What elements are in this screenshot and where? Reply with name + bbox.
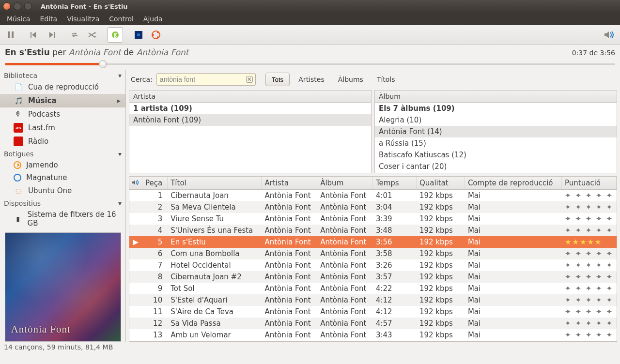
prev-track-button[interactable] bbox=[26, 27, 42, 43]
sidebar-item-lastfm[interactable]: asLast.fm bbox=[0, 121, 125, 135]
artist-summary-row[interactable]: 1 artista (109) bbox=[129, 103, 371, 114]
rating-stars[interactable]: ✦ ✦ ✦ ✦ ✦ bbox=[565, 307, 613, 316]
col-indicator[interactable] bbox=[129, 177, 142, 190]
track-table: Peça Títol Artista Àlbum Temps Qualitat … bbox=[129, 176, 617, 342]
rating-stars[interactable]: ✦ ✦ ✦ ✦ ✦ bbox=[565, 203, 613, 212]
sidebar-item-radio[interactable]: Ràdio bbox=[0, 135, 125, 148]
col-time[interactable]: Temps bbox=[372, 177, 416, 190]
next-track-button[interactable] bbox=[44, 27, 59, 43]
artist-pane: Artista 1 artista (109) Antònia Font (10… bbox=[129, 90, 372, 173]
rating-stars[interactable]: ✦ ✦ ✦ ✦ ✦ bbox=[565, 249, 613, 258]
scope-titles[interactable]: Títols bbox=[372, 73, 400, 86]
album-pane-header[interactable]: Àlbum bbox=[375, 91, 617, 103]
track-row[interactable]: 3Viure Sense TuAntònia FontAntònia Font3… bbox=[129, 213, 617, 225]
track-row[interactable]: 1Cibernauta JoanAntònia FontAntònia Font… bbox=[129, 190, 617, 202]
sidebar-item-magnatune[interactable]: Magnatune bbox=[0, 171, 125, 184]
seek-slider[interactable] bbox=[5, 59, 615, 70]
track-row[interactable]: 4S'Univers És una FestaAntònia FontAntòn… bbox=[129, 225, 617, 236]
sidebar-header-devices[interactable]: Dispositius▾ bbox=[0, 197, 125, 208]
album-art: Antònia Font bbox=[5, 232, 121, 342]
track-row[interactable]: 14Cibernauta Joan #3Antònia FontAntònia … bbox=[129, 341, 617, 342]
track-row[interactable]: 2Sa Meva ClientelaAntònia FontAntònia Fo… bbox=[129, 201, 617, 213]
col-artist[interactable]: Artista bbox=[262, 177, 317, 190]
track-row[interactable]: 10S'Estel d'AquariAntònia FontAntònia Fo… bbox=[129, 294, 617, 306]
sidebar-item-ubuntuone[interactable]: ◌Ubuntu One bbox=[0, 184, 125, 197]
menu-visualitza[interactable]: Visualitza bbox=[63, 14, 103, 24]
sidebar-header-stores[interactable]: Botigues▾ bbox=[0, 148, 125, 159]
np-artist: Antònia Font bbox=[69, 47, 121, 57]
scope-artists[interactable]: Artistes bbox=[294, 73, 329, 86]
rating-stars[interactable]: ✦ ✦ ✦ ✦ ✦ bbox=[565, 319, 613, 328]
col-rating[interactable]: Puntuació bbox=[562, 177, 617, 190]
search-input[interactable] bbox=[156, 73, 256, 86]
album-row[interactable]: a Rússia (15) bbox=[375, 137, 617, 149]
rating-stars[interactable]: ✦ ✦ ✦ ✦ ✦ bbox=[565, 331, 613, 339]
track-row[interactable]: 8Cibernauta Joan #2Antònia FontAntònia F… bbox=[129, 271, 617, 283]
col-title[interactable]: Títol bbox=[168, 177, 262, 190]
svg-marker-3 bbox=[32, 32, 36, 38]
menu-musica[interactable]: Música bbox=[3, 14, 34, 24]
album-row[interactable]: Antònia Font (14) bbox=[375, 126, 617, 137]
album-row[interactable]: Alegria (10) bbox=[375, 114, 617, 126]
toolbar bbox=[0, 25, 620, 45]
col-track[interactable]: Peça bbox=[142, 177, 168, 190]
repeat-button[interactable] bbox=[67, 27, 82, 43]
svg-marker-16 bbox=[132, 180, 135, 185]
menu-edita[interactable]: Edita bbox=[36, 14, 61, 24]
album-summary-row[interactable]: Els 7 àlbums (109) bbox=[375, 103, 617, 114]
rating-stars[interactable]: ✦ ✦ ✦ ✦ ✦ bbox=[565, 191, 613, 200]
ubuntu-icon: ◌ bbox=[14, 186, 23, 196]
queue-icon: 📄 bbox=[14, 82, 23, 92]
track-row[interactable]: 6Com una BombollaAntònia FontAntònia Fon… bbox=[129, 248, 617, 259]
rating-stars[interactable]: ★★★★★ bbox=[565, 238, 602, 246]
track-row[interactable]: 13Amb un VelomarAntònia FontAntònia Font… bbox=[129, 329, 617, 341]
rating-stars[interactable]: ✦ ✦ ✦ ✦ ✦ bbox=[565, 261, 613, 270]
artist-row[interactable]: Antònia Font (109) bbox=[129, 114, 371, 126]
sidebar-item-jamendo[interactable]: Jamendo bbox=[0, 159, 125, 171]
svg-rect-0 bbox=[8, 31, 10, 38]
col-album[interactable]: Àlbum bbox=[317, 177, 373, 190]
window-maximize-button[interactable] bbox=[24, 2, 32, 10]
search-label: Cerca: bbox=[131, 76, 153, 83]
sidebar-item-podcasts[interactable]: 🎙Podcasts bbox=[0, 107, 125, 121]
menu-ajuda[interactable]: Ajuda bbox=[140, 14, 167, 24]
shuffle-button[interactable] bbox=[84, 27, 100, 43]
album-row[interactable]: Coser i cantar (20) bbox=[375, 161, 617, 172]
album-row[interactable]: Batiscafo Katiuscas (12) bbox=[375, 149, 617, 161]
statusbar: 14 cançons, 59 minuts, 81,4 MB bbox=[0, 342, 620, 352]
rating-stars[interactable]: ✦ ✦ ✦ ✦ ✦ bbox=[565, 214, 613, 223]
svg-point-13 bbox=[157, 31, 159, 33]
podcast-icon: 🎙 bbox=[14, 109, 23, 119]
ubuntu-one-button[interactable] bbox=[148, 27, 164, 43]
pause-button[interactable] bbox=[3, 27, 18, 43]
col-quality[interactable]: Qualitat bbox=[416, 177, 465, 190]
sidebar-item-queue[interactable]: 📄Cua de reproducció bbox=[0, 80, 125, 94]
browse-button[interactable] bbox=[108, 27, 123, 43]
rating-stars[interactable]: ✦ ✦ ✦ ✦ ✦ bbox=[565, 296, 613, 304]
window-close-button[interactable] bbox=[3, 2, 11, 10]
track-row[interactable]: 12Sa Vida PassaAntònia FontAntònia Font4… bbox=[129, 318, 617, 329]
sidebar-header-library[interactable]: Biblioteca▾ bbox=[0, 70, 125, 80]
menu-control[interactable]: Control bbox=[105, 14, 138, 24]
rating-stars[interactable]: ✦ ✦ ✦ ✦ ✦ bbox=[565, 273, 613, 281]
window-minimize-button[interactable] bbox=[14, 2, 21, 10]
menubar: Música Edita Visualitza Control Ajuda bbox=[0, 13, 620, 25]
track-row[interactable]: 9Tot SolAntònia FontAntònia Font4:22192 … bbox=[129, 283, 617, 294]
svg-marker-7 bbox=[94, 36, 96, 38]
volume-button[interactable] bbox=[602, 27, 617, 43]
clear-search-icon[interactable]: ✕ bbox=[246, 76, 253, 83]
visualization-button[interactable] bbox=[131, 27, 146, 43]
artist-pane-header[interactable]: Artista bbox=[129, 91, 371, 103]
col-playcount[interactable]: Compte de reproducció bbox=[465, 177, 561, 190]
track-row[interactable]: 7Hotel OccidentalAntònia FontAntònia Fon… bbox=[129, 259, 617, 271]
track-row[interactable]: 11S'Aire de Ca TevaAntònia FontAntònia F… bbox=[129, 306, 617, 318]
scope-albums[interactable]: Àlbums bbox=[333, 73, 368, 86]
track-row[interactable]: ▶5En s'EstiuAntònia FontAntònia Font3:56… bbox=[129, 236, 617, 248]
scope-all-button[interactable]: Tots bbox=[265, 73, 290, 86]
rating-stars[interactable]: ✦ ✦ ✦ ✦ ✦ bbox=[565, 284, 613, 293]
np-album: Antònia Font bbox=[137, 47, 189, 57]
svg-point-12 bbox=[152, 34, 154, 36]
rating-stars[interactable]: ✦ ✦ ✦ ✦ ✦ bbox=[565, 226, 613, 235]
sidebar-item-device[interactable]: ▮Sistema de fitxers de 16 GB bbox=[0, 208, 125, 229]
sidebar-item-music[interactable]: 🎵Música bbox=[0, 94, 125, 107]
